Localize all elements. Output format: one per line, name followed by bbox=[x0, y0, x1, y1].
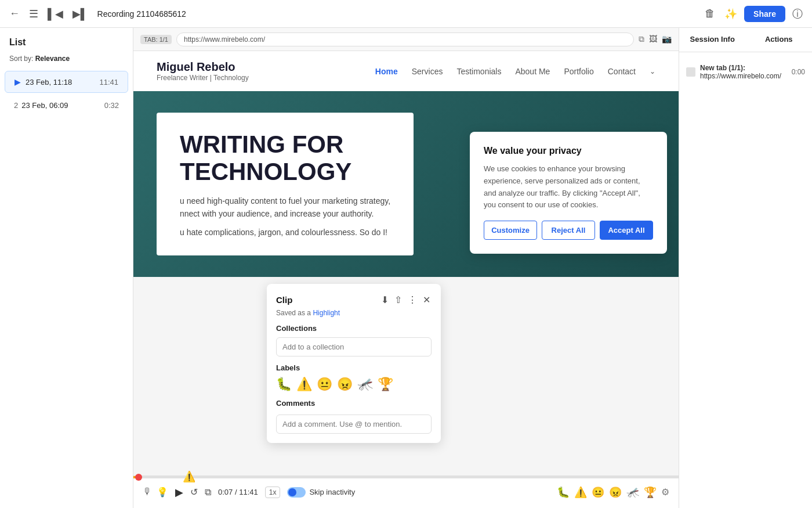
nav-about[interactable]: About Me bbox=[515, 67, 550, 76]
clip-download-button[interactable]: ⬇ bbox=[380, 293, 390, 307]
menu-button[interactable]: ☰ bbox=[27, 5, 41, 23]
bottom-emoji-neutral[interactable]: 😐 bbox=[592, 486, 604, 499]
session-url: https://www.mirebelo.com/ bbox=[700, 72, 781, 80]
play-icon-1: ▶ bbox=[14, 77, 21, 87]
labels-row: 🐛 ⚠️ 😐 😠 🦟 🏆 bbox=[276, 377, 432, 392]
nav-portfolio[interactable]: Portfolio bbox=[564, 67, 593, 76]
tab-badge: TAB: 1/1 bbox=[140, 35, 172, 44]
browser-chrome: TAB: 1/1 https://www.mirebelo.com/ ⧉ 🖼 📷 bbox=[133, 28, 679, 51]
clip-more-button[interactable]: ⋮ bbox=[407, 293, 418, 307]
bottom-emoji-trophy[interactable]: 🏆 bbox=[644, 486, 657, 499]
cookie-actions: Customize Reject All Accept All bbox=[484, 221, 653, 240]
delete-button[interactable]: 🗑 bbox=[702, 5, 717, 22]
session-time: 0:00 bbox=[792, 68, 805, 76]
clip-saved-text: Saved as a bbox=[276, 309, 311, 317]
nav-contact[interactable]: Contact bbox=[608, 67, 636, 76]
hero-card: WRITING FORTECHNOLOGY u need high-qualit… bbox=[157, 113, 414, 255]
tab-actions[interactable]: Actions bbox=[746, 28, 813, 52]
clip-share-button[interactable]: ⇧ bbox=[393, 293, 403, 307]
back-button[interactable]: ← bbox=[7, 5, 22, 22]
cookie-banner: We value your privacy We use cookies to … bbox=[470, 132, 667, 254]
site-brand: Miguel Rebelo Freelance Writer | Technol… bbox=[157, 60, 249, 82]
center-area: TAB: 1/1 https://www.mirebelo.com/ ⧉ 🖼 📷… bbox=[133, 28, 679, 508]
nav-chevron-icon: ⌄ bbox=[650, 67, 655, 75]
speed-badge[interactable]: 1x bbox=[265, 487, 281, 498]
collection-input[interactable] bbox=[276, 337, 432, 356]
bottom-emoji-bug[interactable]: 🐛 bbox=[557, 486, 570, 499]
right-panel: Session Info Actions New tab (1/1): http… bbox=[679, 28, 812, 508]
copy-icon[interactable]: ⧉ bbox=[639, 34, 644, 44]
hero-body1: u need high-quality content to fuel your… bbox=[180, 194, 390, 221]
time-display: 0:07 / 11:41 bbox=[218, 488, 258, 496]
collections-label: Collections bbox=[276, 324, 432, 333]
comment-input[interactable] bbox=[276, 415, 432, 434]
skip-forward-button[interactable]: ▶▌ bbox=[70, 5, 90, 23]
screenshot-icon[interactable]: 🖼 bbox=[649, 34, 657, 44]
comments-label: Comments bbox=[276, 399, 432, 408]
info-button[interactable]: ⓘ bbox=[790, 5, 805, 23]
nav-home[interactable]: Home bbox=[375, 67, 398, 76]
label-bug[interactable]: 🐛 bbox=[276, 377, 292, 392]
recording-item-1[interactable]: ▶ 23 Feb, 11:18 11:41 bbox=[5, 71, 128, 93]
cookie-text: We use cookies to enhance your browsing … bbox=[484, 163, 653, 211]
nav-testimonials[interactable]: Testimonials bbox=[456, 67, 501, 76]
bottom-emoji-bug2[interactable]: 🦟 bbox=[626, 486, 639, 499]
site-nav: Home Services Testimonials About Me Port… bbox=[375, 67, 655, 76]
total-time: 11:41 bbox=[239, 488, 258, 496]
label-warning[interactable]: ⚠️ bbox=[296, 377, 312, 392]
sparkle-button[interactable]: ✨ bbox=[722, 5, 740, 23]
clip-panel: Clip ⬇ ⇧ ⋮ ✕ Saved as a Highlight Collec… bbox=[267, 284, 441, 443]
progress-thumb bbox=[135, 474, 142, 481]
camera-icon[interactable]: 📷 bbox=[662, 34, 672, 44]
rec-date-1: 23 Feb, 11:18 bbox=[26, 78, 99, 87]
play-pause-button[interactable]: ▶ bbox=[175, 486, 183, 499]
skip-back-button[interactable]: ▌◀ bbox=[45, 5, 66, 23]
right-panel-tabs: Session Info Actions bbox=[679, 28, 812, 52]
label-bug2[interactable]: 🦟 bbox=[357, 377, 373, 392]
replay-button[interactable]: ↺ bbox=[190, 487, 198, 498]
sidebar: List Sort by: Relevance ▶ 23 Feb, 11:18 … bbox=[0, 28, 133, 508]
share-button[interactable]: Share bbox=[744, 6, 785, 22]
top-bar-left: ← ☰ ▌◀ ▶▌ Recording 21104685612 bbox=[7, 5, 186, 23]
progress-bar-container[interactable]: ⚠️ bbox=[133, 476, 679, 478]
site-brand-name: Miguel Rebelo bbox=[157, 60, 249, 74]
session-text: New tab (1/1): https://www.mirebelo.com/ bbox=[700, 64, 787, 80]
lightbulb-icon[interactable]: 💡 bbox=[157, 487, 168, 498]
cookie-customize-button[interactable]: Customize bbox=[484, 221, 537, 240]
bottom-emoji-warning[interactable]: ⚠️ bbox=[574, 486, 587, 499]
nav-services[interactable]: Services bbox=[412, 67, 443, 76]
label-trophy[interactable]: 🏆 bbox=[378, 377, 393, 392]
skip-toggle-dot bbox=[288, 488, 296, 496]
current-time: 0:07 bbox=[218, 488, 233, 496]
viewport: Miguel Rebelo Freelance Writer | Technol… bbox=[133, 51, 679, 475]
warning-marker: ⚠️ bbox=[183, 470, 195, 483]
skip-toggle[interactable] bbox=[287, 487, 306, 498]
rec-num-2: 2 bbox=[14, 101, 18, 110]
clip-highlight-link[interactable]: Highlight bbox=[313, 309, 340, 317]
browser-icons: ⧉ 🖼 📷 bbox=[639, 34, 672, 44]
mic-icon[interactable]: 🎙 bbox=[143, 487, 152, 498]
bottom-emoji-angry[interactable]: 😠 bbox=[609, 486, 622, 499]
url-bar[interactable]: https://www.mirebelo.com/ bbox=[176, 33, 634, 46]
forward-button[interactable]: ⧉ bbox=[205, 487, 211, 498]
main-layout: List Sort by: Relevance ▶ 23 Feb, 11:18 … bbox=[0, 28, 812, 508]
clip-action-buttons: ⬇ ⇧ ⋮ ✕ bbox=[380, 293, 432, 307]
clip-saved: Saved as a Highlight bbox=[276, 309, 432, 317]
label-angry[interactable]: 😠 bbox=[337, 377, 353, 392]
clip-title: Clip bbox=[276, 295, 380, 305]
cookie-reject-button[interactable]: Reject All bbox=[542, 221, 595, 240]
cookie-accept-button[interactable]: Accept All bbox=[600, 221, 653, 240]
tab-session-info[interactable]: Session Info bbox=[679, 28, 746, 52]
rec-duration-2: 0:32 bbox=[104, 101, 119, 110]
recording-item-2[interactable]: 2 23 Feb, 06:09 0:32 bbox=[5, 95, 128, 116]
skip-inactivity: Skip inactivity bbox=[287, 487, 355, 498]
rec-date-2: 23 Feb, 06:09 bbox=[21, 101, 104, 110]
bottom-bar: ⚠️ 🎙 💡 ▶ ↺ ⧉ 0:07 / 11:41 1x Skip inacti… bbox=[133, 475, 679, 508]
site-header: Miguel Rebelo Freelance Writer | Technol… bbox=[133, 51, 679, 91]
session-item: New tab (1/1): https://www.mirebelo.com/… bbox=[686, 59, 805, 85]
cookie-title: We value your privacy bbox=[484, 146, 653, 156]
clip-close-button[interactable]: ✕ bbox=[422, 293, 432, 307]
settings-icon[interactable]: ⚙ bbox=[661, 487, 669, 498]
label-neutral[interactable]: 😐 bbox=[317, 377, 332, 392]
top-bar-right: 🗑 ✨ Share ⓘ bbox=[702, 5, 805, 23]
